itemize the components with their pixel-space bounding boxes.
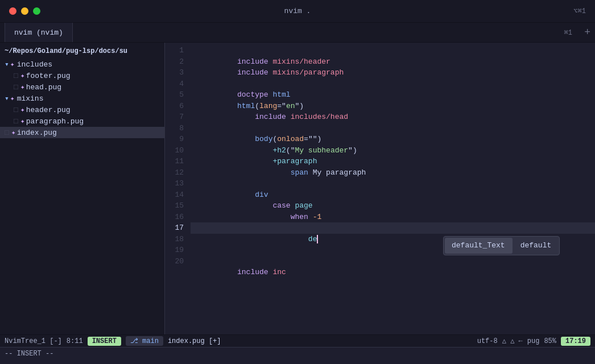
code-line-20: include inc — [191, 256, 595, 267]
asterisk-icon: ✦ — [10, 60, 15, 69]
status-encoding: utf-8 — [477, 337, 498, 345]
tab-keybind: ⌘1 — [564, 28, 572, 37]
mode-badge: INSERT — [88, 337, 121, 346]
asterisk-icon: ✦ — [20, 82, 25, 92]
asterisk-icon: ✦ — [20, 71, 25, 80]
new-tab-button[interactable]: + — [584, 27, 590, 38]
file-icon: □ — [14, 83, 18, 92]
chevron-down-icon: ▾ — [5, 60, 9, 69]
code-line-9: +h2("My subheader") — [191, 134, 595, 145]
status-filename: index.pug [+] — [168, 337, 221, 345]
file-icon: □ — [14, 72, 18, 80]
code-line-8: body(onload="") — [191, 123, 595, 134]
tabbar: nvim (nvim) ⌘1 + — [0, 23, 595, 43]
sidebar-item-index-pug[interactable]: □ ✦ index.pug — [0, 127, 164, 138]
line-numbers: 1 2 3 4 5 6 7 8 9 10 11 12 13 14 15 16 1… — [165, 45, 191, 334]
asterisk-icon: ✦ — [20, 117, 25, 126]
asterisk-icon: ✦ — [11, 128, 16, 137]
traffic-lights — [9, 7, 40, 15]
file-icon: □ — [14, 106, 18, 114]
sidebar-item-footer-pug[interactable]: □ ✦ footer.pug — [0, 70, 164, 81]
tab-nvim[interactable]: nvim (nvim) — [5, 23, 73, 42]
titlebar: nvim . ⌥⌘1 — [0, 0, 595, 23]
status-time: 17:19 — [561, 337, 590, 346]
sidebar-item-head-pug[interactable]: □ ✦ head.pug — [0, 81, 164, 93]
statusbar: NvimTree_1 [-] 8:11 INSERT ⎇ main index.… — [0, 334, 595, 347]
file-tree: ~/Repos/Goland/pug-lsp/docs/su ▾ ✦ inclu… — [0, 43, 165, 334]
code-area[interactable]: include mixins/header include mixins/par… — [191, 45, 595, 334]
sidebar-item-mixins[interactable]: ▾ ✦ mixins — [0, 93, 164, 104]
code-line-14: case page — [191, 189, 595, 201]
command-line: -- INSERT -- — [0, 347, 595, 359]
autocomplete-item-default[interactable]: default — [514, 238, 559, 254]
sidebar-item-label: header.pug — [26, 106, 71, 114]
autocomplete-popup: default_Text default — [443, 236, 560, 255]
sidebar-item-label: mixins — [17, 94, 44, 103]
branch-name: main — [142, 337, 159, 345]
editor[interactable]: 1 2 3 4 5 6 7 8 9 10 11 12 13 14 15 16 1… — [165, 43, 595, 334]
tab-label: nvim (nvim) — [14, 28, 63, 37]
maximize-button[interactable] — [33, 7, 40, 15]
sidebar-item-label: head.pug — [26, 83, 61, 92]
status-right: utf-8 △ △ ← pug 85% 17:19 — [477, 337, 590, 346]
sidebar-item-paragraph-pug[interactable]: □ ✦ paragraph.pug — [0, 115, 164, 127]
titlebar-shortcut: ⌥⌘1 — [573, 7, 586, 15]
code-line-6: include includes/head — [191, 101, 595, 112]
code-line-7 — [191, 111, 595, 123]
asterisk-icon: ✦ — [20, 105, 25, 114]
status-position: 8:11 — [67, 337, 83, 345]
code-line-17: de — [191, 222, 595, 234]
sidebar-item-label: footer.pug — [26, 72, 71, 80]
code-line-3 — [191, 67, 595, 78]
sidebar-path: ~/Repos/Goland/pug-lsp/docs/su — [0, 45, 164, 57]
status-git-info: △ △ ← — [502, 337, 523, 345]
sidebar-item-label: includes — [17, 60, 52, 69]
sidebar-item-header-pug[interactable]: □ ✦ header.pug — [0, 104, 164, 115]
close-button[interactable] — [9, 7, 16, 15]
code-line-15: when -1 — [191, 200, 595, 212]
sidebar-item-label: paragraph.pug — [26, 117, 84, 126]
status-left: NvimTree_1 [-] 8:11 INSERT ⎇ main index.… — [5, 336, 473, 346]
git-branch-badge: ⎇ main — [126, 336, 163, 346]
code-line-12 — [191, 167, 595, 179]
autocomplete-item-default-text[interactable]: default_Text — [445, 238, 513, 254]
file-icon: □ — [5, 129, 9, 137]
status-filetype: pug — [527, 337, 540, 345]
main-area: ~/Repos/Goland/pug-lsp/docs/su ▾ ✦ inclu… — [0, 43, 595, 334]
sidebar-item-includes[interactable]: ▾ ✦ includes — [0, 59, 164, 70]
status-tree-info: NvimTree_1 [-] — [5, 337, 62, 345]
chevron-down-icon: ▾ — [5, 94, 9, 103]
status-zoom: 85% — [544, 337, 556, 345]
code-line-5: html(lang="en") — [191, 89, 595, 101]
branch-icon: ⎇ — [130, 337, 138, 345]
cmdline-text: -- INSERT -- — [5, 350, 53, 358]
asterisk-icon: ✦ — [10, 94, 15, 103]
code-line-13: div — [191, 178, 595, 189]
code-line-11: span My paragraph — [191, 156, 595, 167]
code-line-2: include mixins/paragraph — [191, 56, 595, 68]
file-icon: □ — [14, 117, 18, 126]
sidebar-item-label: index.pug — [17, 129, 57, 137]
minimize-button[interactable] — [21, 7, 28, 15]
window-title: nvim . — [284, 7, 311, 15]
code-line-1: include mixins/header — [191, 45, 595, 56]
code-line-4: doctype html — [191, 78, 595, 90]
code-line-10: +paragraph — [191, 145, 595, 156]
code-line-16: - break — [191, 212, 595, 223]
